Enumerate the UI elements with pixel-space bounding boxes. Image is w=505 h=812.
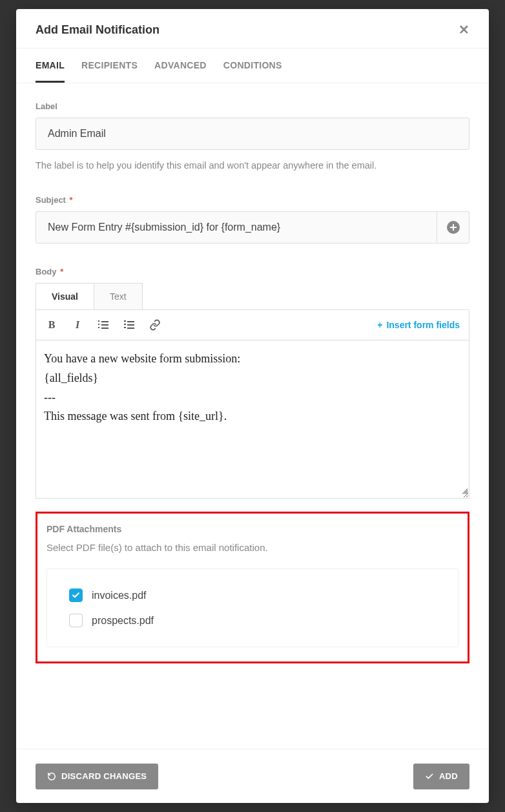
tab-email[interactable]: EMAIL (36, 60, 65, 83)
insert-form-fields-label: Insert form fields (386, 320, 460, 330)
resize-handle-icon: ◢ (462, 484, 468, 497)
required-marker: * (70, 195, 73, 205)
modal-footer: DISCARD CHANGES ADD (16, 749, 489, 803)
checkbox-prospects[interactable] (69, 614, 83, 627)
editor-tab-text[interactable]: Text (94, 284, 142, 309)
subject-input[interactable] (36, 211, 437, 244)
pdf-item-label: invoices.pdf (92, 590, 147, 601)
body-block: Body * Visual Text B I + (36, 267, 469, 499)
numbered-list-icon[interactable] (123, 318, 136, 331)
check-icon (72, 591, 80, 599)
pdf-attachments-section: PDF Attachments Select PDF file(s) to at… (36, 512, 469, 663)
editor-tab-visual[interactable]: Visual (36, 284, 94, 309)
body-line-1: You have a new website form submission: (44, 349, 461, 369)
italic-icon[interactable]: I (71, 318, 84, 331)
modal-title: Add Email Notification (36, 23, 160, 37)
pdf-item-label: prospects.pdf (92, 615, 154, 627)
modal-add-email-notification: Add Email Notification ✕ EMAIL RECIPIENT… (16, 9, 489, 803)
discard-changes-button[interactable]: DISCARD CHANGES (36, 764, 158, 789)
insert-variable-button[interactable] (437, 211, 469, 244)
list-item: invoices.pdf (69, 588, 436, 602)
body-label-text: Body (36, 267, 57, 276)
plus-circle-icon (447, 221, 460, 234)
body-field-label: Body * (36, 267, 469, 276)
toolbar-left: B I (45, 318, 161, 331)
label-help-text: The label is to help you identify this e… (36, 159, 469, 172)
bold-icon[interactable]: B (45, 318, 58, 331)
tab-recipients[interactable]: RECIPIENTS (81, 60, 138, 83)
content: Label The label is to help you identify … (16, 83, 489, 749)
label-input[interactable] (36, 118, 469, 150)
pdf-attachments-help: Select PDF file(s) to attach to this ema… (46, 542, 459, 553)
subject-field-label: Subject * (36, 195, 469, 205)
add-button[interactable]: ADD (413, 764, 469, 789)
subject-label-text: Subject (36, 195, 66, 205)
discard-changes-label: DISCARD CHANGES (61, 771, 147, 781)
tabs: EMAIL RECIPIENTS ADVANCED CONDITIONS (16, 48, 489, 83)
body-line-3: --- (44, 388, 461, 408)
body-line-2: {all_fields} (44, 369, 461, 388)
bulleted-list-icon[interactable] (97, 318, 110, 331)
label-field-label: Label (36, 101, 469, 111)
link-icon[interactable] (149, 318, 161, 331)
label-block: Label The label is to help you identify … (36, 101, 469, 172)
check-icon (425, 772, 434, 781)
editor-body[interactable]: You have a new website form submission: … (36, 340, 469, 499)
pdf-attachments-list: invoices.pdf prospects.pdf (46, 568, 459, 647)
tab-conditions[interactable]: CONDITIONS (223, 60, 282, 83)
close-icon[interactable]: ✕ (459, 22, 469, 37)
checkbox-invoices[interactable] (69, 588, 83, 602)
body-line-4: This message was sent from {site_url}. (44, 407, 461, 426)
subject-row (36, 211, 469, 244)
editor-tabs: Visual Text (36, 283, 143, 309)
insert-form-fields-button[interactable]: + Insert form fields (377, 320, 460, 330)
add-button-label: ADD (439, 771, 458, 781)
pdf-attachments-title: PDF Attachments (46, 524, 459, 534)
modal-header: Add Email Notification ✕ (16, 9, 489, 48)
list-item: prospects.pdf (69, 614, 436, 627)
required-marker: * (60, 267, 63, 276)
editor-toolbar: B I + Insert form fields (36, 309, 469, 340)
plus-icon: + (377, 320, 382, 330)
undo-icon (47, 772, 56, 781)
subject-block: Subject * (36, 195, 469, 244)
tab-advanced[interactable]: ADVANCED (154, 60, 207, 83)
